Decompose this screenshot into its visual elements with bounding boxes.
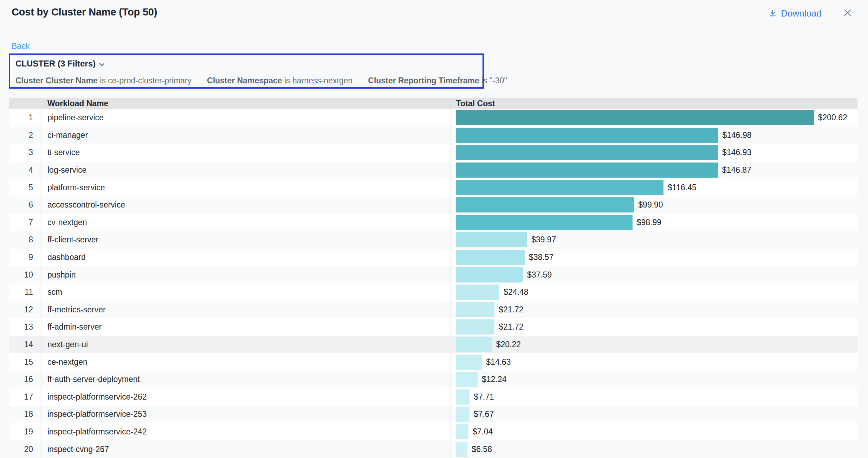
- cost-value: $14.63: [486, 357, 511, 367]
- filter-op-value: is "-30": [479, 76, 507, 85]
- cost-value: $20.22: [496, 340, 521, 349]
- download-button[interactable]: Download: [768, 8, 822, 19]
- filter-item[interactable]: Cluster Cluster Name is ce-prod-cluster-…: [15, 76, 192, 85]
- workload-name: pipeline-service: [41, 109, 450, 127]
- cost-bar: [456, 319, 494, 335]
- workload-name: ti-service: [41, 144, 450, 161]
- total-cost-cell: $146.87: [450, 161, 857, 179]
- chevron-down-icon: [99, 59, 105, 69]
- workload-name: inspect-platformservice-253: [41, 406, 450, 423]
- cost-bar: [456, 128, 718, 143]
- table-row: 17inspect-platformservice-262$7.71: [9, 388, 857, 406]
- table-row: 2ci-manager$146.98: [9, 127, 857, 144]
- row-rank: 11: [9, 284, 41, 301]
- table-row: 9dashboard$38.57: [9, 249, 857, 266]
- table-row: 12ff-metrics-server$21.72: [9, 301, 857, 319]
- cost-bar: [456, 180, 663, 195]
- table-row: 6accesscontrol-service$99.90: [9, 196, 857, 214]
- filter-op-value: is harness-nextgen: [282, 76, 353, 85]
- row-rank: 18: [9, 406, 41, 423]
- filter-op-value: is ce-prod-cluster-primary: [98, 76, 192, 85]
- filter-item[interactable]: Cluster Namespace is harness-nextgen: [207, 76, 352, 85]
- cost-bar: [456, 337, 492, 352]
- row-rank: 15: [9, 353, 41, 371]
- filter-list: Cluster Cluster Name is ce-prod-cluster-…: [15, 76, 477, 85]
- close-button[interactable]: [842, 7, 853, 20]
- back-link[interactable]: Back: [12, 42, 30, 51]
- cost-bar: [456, 424, 468, 439]
- column-header-total-cost: Total Cost: [450, 98, 857, 109]
- row-rank: 8: [9, 231, 41, 249]
- row-rank: 6: [9, 196, 41, 214]
- cost-value: $98.99: [637, 218, 661, 227]
- table-body: 1pipeline-service$200.622ci-manager$146.…: [9, 109, 857, 458]
- table-row: 18inspect-platformservice-253$7.67: [9, 406, 857, 423]
- filter-item[interactable]: Cluster Reporting Timeframe is "-30": [368, 76, 507, 85]
- filter-field: Cluster Namespace: [207, 76, 282, 85]
- cost-bar: [456, 250, 525, 265]
- total-cost-cell: $39.97: [450, 231, 857, 249]
- workload-name: inspect-platformservice-242: [41, 423, 450, 441]
- total-cost-cell: $99.90: [450, 196, 857, 214]
- cost-bar: [456, 302, 494, 317]
- workload-name: platform-service: [41, 179, 450, 196]
- workload-name: pushpin: [41, 266, 450, 284]
- workload-name: ff-admin-server: [41, 318, 450, 336]
- total-cost-cell: $12.24: [450, 371, 857, 388]
- cost-bar: [456, 215, 633, 230]
- total-cost-cell: $200.62: [450, 109, 857, 127]
- total-cost-cell: $6.58: [450, 440, 857, 458]
- row-rank: 3: [9, 144, 41, 161]
- cost-value: $7.71: [474, 392, 494, 402]
- cost-report-modal: Cost by Cluster Name (Top 50) Download B…: [0, 0, 868, 458]
- cost-value: $38.57: [529, 253, 553, 262]
- table-row: 7cv-nextgen$98.99: [9, 214, 857, 231]
- row-rank: 13: [9, 318, 41, 336]
- table-row: 20inspect-cvng-267$6.58: [9, 440, 857, 458]
- filter-field: Cluster Cluster Name: [15, 76, 98, 85]
- table-row: 4log-service$146.87: [9, 161, 857, 179]
- row-rank: 2: [9, 127, 41, 144]
- table-row: 19inspect-platformservice-242$7.04: [9, 423, 857, 441]
- cost-bar: [456, 197, 634, 212]
- cost-bar: [456, 372, 478, 387]
- total-cost-cell: $20.22: [450, 336, 857, 354]
- total-cost-cell: $146.93: [450, 144, 857, 161]
- cost-value: $6.58: [472, 445, 492, 454]
- workload-name: inspect-platformservice-262: [41, 388, 450, 406]
- cost-bar: [456, 110, 814, 125]
- table-row: 5platform-service$116.45: [9, 179, 857, 196]
- row-rank: 17: [9, 388, 41, 406]
- table-row: 10pushpin$37.59: [9, 266, 857, 284]
- cost-value: $7.04: [473, 427, 493, 437]
- workload-name: next-gen-ui: [41, 336, 450, 354]
- workload-name: ff-auth-server-deployment: [41, 371, 450, 388]
- cost-value: $200.62: [818, 113, 847, 122]
- cost-bar: [456, 267, 523, 282]
- row-rank: 12: [9, 301, 41, 319]
- workload-name: log-service: [41, 161, 450, 179]
- workload-name: inspect-cvng-267: [41, 440, 450, 458]
- workload-name: ce-nextgen: [41, 353, 450, 371]
- table-header: Workload Name Total Cost: [9, 98, 857, 109]
- cost-value: $146.87: [722, 165, 751, 175]
- row-rank: 9: [9, 249, 41, 266]
- row-rank: 19: [9, 423, 41, 441]
- total-cost-cell: $14.63: [450, 353, 857, 371]
- cost-value: $7.67: [474, 409, 494, 419]
- total-cost-cell: $7.04: [450, 423, 857, 441]
- row-rank: 16: [9, 371, 41, 388]
- filter-panel-toggle[interactable]: CLUSTER (3 Filters): [15, 59, 105, 69]
- total-cost-cell: $116.45: [450, 179, 857, 196]
- workload-name: scm: [41, 284, 450, 301]
- column-header-rank: [9, 98, 41, 109]
- table-row: 8ff-client-server$39.97: [9, 231, 857, 249]
- download-icon: [768, 9, 777, 18]
- total-cost-cell: $38.57: [450, 249, 857, 266]
- row-rank: 14: [9, 336, 41, 354]
- table-row: 16ff-auth-server-deployment$12.24: [9, 371, 857, 388]
- total-cost-cell: $21.72: [450, 301, 857, 319]
- total-cost-cell: $37.59: [450, 266, 857, 284]
- cost-value: $21.72: [499, 322, 523, 332]
- workload-name: accesscontrol-service: [41, 196, 450, 214]
